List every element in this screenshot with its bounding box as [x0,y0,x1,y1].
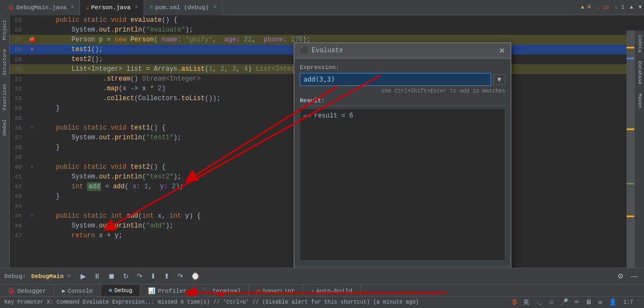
tab-terminal[interactable]: ⬛ Terminal [195,285,249,298]
main-content: Project Structure Favorites JRebel 25 pu… [0,15,644,296]
profiler-icon: 📊 [148,287,156,294]
mic-icon[interactable]: 🎤 [560,298,568,306]
bookmark-marker-5 [627,215,634,217]
tab-label-debugmain: DebugMain.java [16,4,66,11]
scrollbar[interactable] [627,30,634,284]
toolbar-btn-runtoclick[interactable]: ↷ [175,271,185,281]
debug-toolbar: Debug: DebugMain × ▶ ⏸ ⏹ ↻ ↷ ⬇ ⬆ ↷ ⌚ ⚙ — [0,268,644,285]
debugger-icon: 🐞 [8,287,15,294]
result-icon: ∞∞ [304,113,311,119]
tab-autobuild[interactable]: ⚡ Auto-build [303,285,361,298]
toolbar-btn-settings[interactable]: ⚙ [615,271,626,281]
expression-dropdown-button[interactable]: ▼ [493,74,505,85]
toolbar-btn-resume[interactable]: ▶ [78,271,88,281]
console-icon: ▶ [62,287,66,294]
tab-sonarlint-label: SonarLint [263,288,295,294]
expression-input-row: ▼ [300,73,505,86]
code-line-26: 26 System.out.println("evaluate"); [10,25,644,35]
toolbar-btn-stepout[interactable]: ⬆ [162,271,172,281]
expression-input[interactable] [300,73,491,86]
tab-debug-label: Debug [114,287,132,294]
tab-profiler-label: Profiler [158,288,187,294]
status-text: Key Promoter X: Command Evaluate Express… [4,299,512,305]
tab-person[interactable]: ☕ Person.java × [80,0,144,15]
sidebar-item-rebel[interactable]: JRebel [1,115,9,141]
result-value: result = 6 [314,112,353,120]
toolbar-btn-rerun[interactable]: ↻ [121,271,131,281]
dialog-title-bar: ⬛ Evaluate ✕ [294,43,511,59]
sidebar-item-favorites[interactable]: Favorites [1,79,9,115]
punctuation-icon[interactable]: ·, [536,299,543,306]
dialog-body: Expression: ▼ Use Ctrl+Shift+Enter to ad… [294,59,511,266]
dialog-close-button[interactable]: ✕ [499,46,505,55]
result-item: ∞∞ result = 6 [304,112,501,120]
tab-sonarlint[interactable]: ◎ SonarLint [249,285,303,298]
left-sidebar: Project Structure Favorites JRebel [0,15,10,296]
debug-label: Debug: [4,273,26,280]
result-label: Result: [300,97,505,106]
tab-profiler[interactable]: 📊 Profiler [140,285,195,298]
autobuild-icon: ⚡ [311,287,314,294]
info-badge: ↓ 1 [615,4,624,10]
tab-label-pom: pom.xml (debug) [155,4,209,11]
evaluate-hint: Use Ctrl+Shift+Enter to add to Watches [300,88,505,94]
tab-console-label: Console [67,288,92,294]
bookmark-marker-1 [627,47,634,48]
keyboard-icon[interactable]: ⌨ [575,298,579,306]
sidebar-item-codota[interactable]: Codota [636,30,643,57]
right-sidebar: Codota Database Maven [634,30,644,284]
sonarlint-icon: ◎ [257,287,261,294]
debug-session-close-icon[interactable]: × [67,273,71,280]
toolbar-btn-stepinto[interactable]: ⬇ [148,271,158,281]
tab-debugmain[interactable]: 🐞 DebugMain.java × [2,0,80,15]
tab-debugger-label: Debugger [17,288,46,294]
bookmark-marker-2 [627,58,634,59]
debug-icon: 🐞 [8,4,14,11]
position-text: 1:7 [623,299,640,305]
code-line-25: 25 public static void evaluate() { [10,15,644,25]
tab-console[interactable]: ▶ Console [54,285,101,298]
close-icon-pom[interactable]: × [213,4,216,10]
mail-icon[interactable]: ✉ [598,298,602,306]
toolbar-btn-stop[interactable]: ⏹ [106,271,117,281]
tab-terminal-label: Terminal [212,288,241,294]
terminal-icon: ⬛ [202,287,210,294]
sougou-icon[interactable]: S [512,298,517,307]
tab-label-person: Person.java [91,4,131,11]
dialog-title-text: Evaluate [312,47,343,54]
sidebar-item-project[interactable]: Project [1,15,9,45]
monitor-icon[interactable]: 🖥 [585,298,592,306]
close-icon-person[interactable]: × [135,4,138,10]
toolbar-btn-stepover[interactable]: ↷ [134,271,145,281]
error-badge: ⚠ 16 [596,4,609,11]
chevron-up-icon[interactable]: ▲ [630,4,633,10]
bookmark-marker-4 [627,183,634,184]
emoji-icon[interactable]: ☺ [549,299,553,306]
xml-icon: m [150,4,153,10]
chevron-down-icon[interactable]: ▼ [639,4,642,10]
sidebar-item-structure[interactable]: Structure [1,45,9,80]
java-icon: ☕ [85,4,89,11]
notifications-area: ▲ 4 ⚠ 16 ↓ 1 ▲ ▼ [581,4,642,11]
debug-section: Debug: DebugMain × ▶ ⏸ ⏹ ↻ ↷ ⬇ ⬆ ↷ ⌚ ⚙ —… [0,268,644,296]
tab-autobuild-label: Auto-build [317,288,352,294]
evaluate-icon: ⬛ [300,46,308,55]
toolbar-btn-pause[interactable]: ⏸ [91,271,103,281]
toolbar-btn-more[interactable]: — [628,271,640,281]
status-right: S 英 ·, ☺ 🎤 ⌨ 🖥 ✉ 👤 1:7 [512,298,640,307]
sidebar-item-database[interactable]: Database [636,57,643,89]
sidebar-item-maven[interactable]: Maven [636,89,643,113]
lang-icon[interactable]: 英 [523,298,529,306]
evaluate-dialog: ⬛ Evaluate ✕ Expression: ▼ Use Ctrl+Shif… [294,42,511,289]
tab-debugger[interactable]: 🐞 Debugger [0,285,54,298]
tab-pom[interactable]: m pom.xml (debug) × [144,0,222,15]
toolbar-btn-evaluate[interactable]: ⌚ [189,271,202,281]
bookmark-marker-3 [627,128,634,130]
close-icon-debugmain[interactable]: × [71,4,74,10]
status-bar: Key Promoter X: Command Evaluate Express… [0,296,644,308]
tab-bar: 🐞 DebugMain.java × ☕ Person.java × m pom… [0,0,644,15]
people-icon[interactable]: 👤 [609,298,617,306]
tab-debug[interactable]: ■ Debug [101,285,141,298]
warning-badge: ▲ 4 [581,4,591,10]
debug-tab-icon: ■ [109,287,113,294]
